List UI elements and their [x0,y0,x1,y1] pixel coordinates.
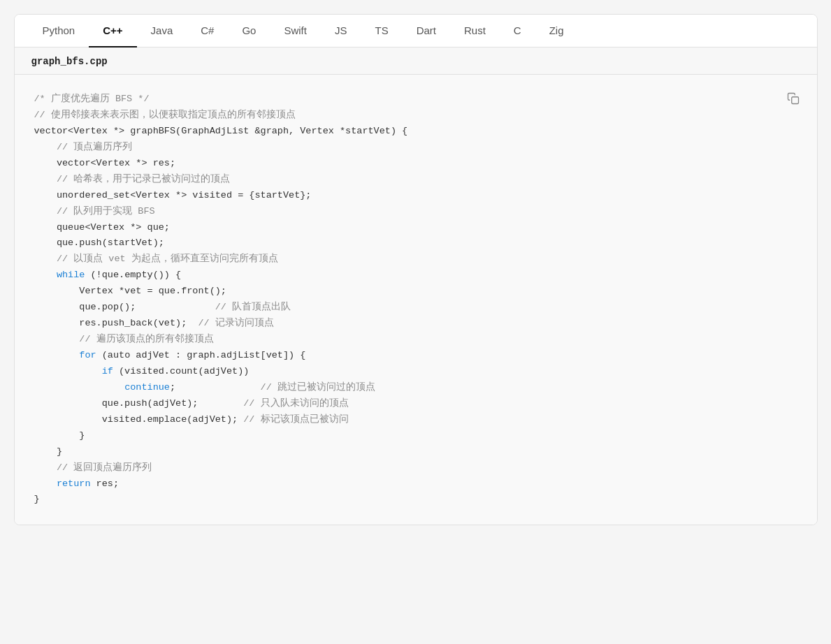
tab-c[interactable]: C [500,15,535,47]
tab-cpp[interactable]: C++ [89,15,136,47]
tab-go[interactable]: Go [228,15,270,47]
copy-button[interactable] [782,87,804,110]
tab-rust[interactable]: Rust [450,15,500,47]
code-area: /* 广度优先遍历 BFS */ // 使用邻接表来表示图，以便获取指定顶点的所… [15,75,817,525]
tab-python[interactable]: Python [29,15,89,47]
code-block: /* 广度优先遍历 BFS */ // 使用邻接表来表示图，以便获取指定顶点的所… [34,92,797,508]
main-container: Python C++ Java C# Go Swift JS TS Dart R… [14,14,818,525]
tab-dart[interactable]: Dart [403,15,450,47]
tab-zig[interactable]: Zig [535,15,578,47]
language-tabs: Python C++ Java C# Go Swift JS TS Dart R… [15,15,817,47]
tab-csharp[interactable]: C# [187,15,228,47]
filename-bar: graph_bfs.cpp [15,47,817,75]
filename-label: graph_bfs.cpp [31,56,108,67]
tab-swift[interactable]: Swift [270,15,321,47]
tab-java[interactable]: Java [137,15,187,47]
copy-icon [787,92,800,105]
tab-js[interactable]: JS [321,15,361,47]
svg-rect-0 [791,97,798,104]
tab-ts[interactable]: TS [361,15,402,47]
